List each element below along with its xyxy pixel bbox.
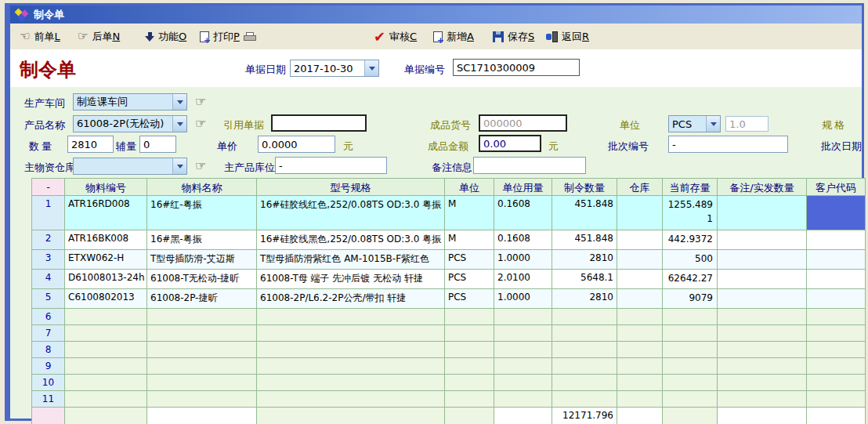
table-cell[interactable] xyxy=(257,375,445,391)
table-cell[interactable]: 61008-T母 端子 先冲后镀 无松动 轩捷 xyxy=(257,270,445,289)
table-cell[interactable] xyxy=(807,325,866,342)
table-cell[interactable] xyxy=(617,342,663,358)
save-button[interactable]: 保存S xyxy=(490,24,537,49)
table-cell[interactable]: 451.848 xyxy=(552,230,617,250)
table-cell[interactable] xyxy=(617,358,663,375)
table-cell[interactable] xyxy=(147,358,257,375)
table-cell[interactable] xyxy=(257,358,445,375)
table-cell[interactable]: M xyxy=(445,196,494,230)
table-cell[interactable] xyxy=(663,342,718,358)
unit-combo[interactable]: PCS xyxy=(668,115,721,132)
table-cell[interactable] xyxy=(65,342,147,358)
dropdown-arrow-icon[interactable] xyxy=(706,116,720,132)
table-cell[interactable] xyxy=(663,391,718,408)
row-number-cell[interactable]: 2 xyxy=(32,230,65,250)
table-cell[interactable]: PCS xyxy=(445,270,494,289)
warehouse-combo[interactable] xyxy=(73,158,187,175)
table-cell[interactable] xyxy=(807,196,866,230)
aux-qty-input[interactable] xyxy=(139,136,176,153)
table-cell[interactable] xyxy=(65,325,147,342)
table-cell[interactable]: 2810 xyxy=(552,289,617,309)
return-button[interactable]: 返回R xyxy=(543,24,592,49)
table-cell[interactable] xyxy=(445,325,494,342)
table-cell[interactable] xyxy=(663,375,718,391)
price-input[interactable] xyxy=(258,136,335,153)
table-cell[interactable]: ATR16BK008 xyxy=(65,230,147,250)
table-cell[interactable] xyxy=(718,289,807,309)
item-no-input[interactable] xyxy=(479,114,567,132)
table-cell[interactable] xyxy=(663,358,718,375)
row-number-cell[interactable]: 1 xyxy=(32,196,65,230)
table-cell[interactable] xyxy=(718,391,807,408)
table-cell[interactable]: PCS xyxy=(445,250,494,270)
table-cell[interactable] xyxy=(552,375,617,391)
table-cell[interactable] xyxy=(552,309,617,325)
table-cell[interactable]: 0.1608 xyxy=(494,230,552,250)
table-cell[interactable] xyxy=(718,342,807,358)
table-cell[interactable] xyxy=(718,250,807,270)
qty-input[interactable] xyxy=(67,136,114,153)
row-number-cell[interactable]: 3 xyxy=(32,250,65,270)
table-cell[interactable] xyxy=(718,375,807,391)
table-cell[interactable]: D61008013-24h xyxy=(65,270,147,289)
amount-input[interactable] xyxy=(479,135,541,152)
table-cell[interactable] xyxy=(617,230,663,250)
table-cell[interactable] xyxy=(718,270,807,289)
table-cell[interactable] xyxy=(147,375,257,391)
table-cell[interactable] xyxy=(617,309,663,325)
table-cell[interactable]: 9079 xyxy=(663,289,718,309)
table-cell[interactable]: 61008-2P/L6.2-2P公壳/带扣 轩捷 xyxy=(257,289,445,309)
table-cell[interactable] xyxy=(257,391,445,408)
table-cell[interactable] xyxy=(147,342,257,358)
table-cell[interactable] xyxy=(445,342,494,358)
table-cell[interactable] xyxy=(494,309,552,325)
table-cell[interactable] xyxy=(617,325,663,342)
audit-button[interactable]: ✔ 审核C xyxy=(371,24,420,49)
table-cell[interactable]: T型母插防滑-艾迈斯 xyxy=(147,250,257,270)
table-cell[interactable] xyxy=(663,325,718,342)
table-cell[interactable] xyxy=(807,230,866,250)
table-cell[interactable] xyxy=(494,358,552,375)
table-cell[interactable] xyxy=(445,391,494,408)
dropdown-arrow-icon[interactable] xyxy=(172,94,186,110)
table-cell[interactable] xyxy=(552,342,617,358)
table-cell[interactable]: 1.0000 xyxy=(494,289,552,309)
batch-no-input[interactable] xyxy=(668,136,788,153)
table-cell[interactable] xyxy=(445,375,494,391)
table-cell[interactable] xyxy=(445,309,494,325)
table-cell[interactable]: M xyxy=(445,230,494,250)
row-number-cell[interactable]: 11 xyxy=(32,391,65,408)
table-cell[interactable] xyxy=(445,358,494,375)
table-cell[interactable] xyxy=(147,309,257,325)
table-cell[interactable] xyxy=(257,325,445,342)
table-cell[interactable] xyxy=(494,325,552,342)
table-cell[interactable]: ETXW062-H xyxy=(65,250,147,270)
table-cell[interactable]: 16#硅胶线红色,252/0.08TS OD:3.0 粤振 xyxy=(257,196,445,230)
table-cell[interactable] xyxy=(807,391,866,408)
table-cell[interactable] xyxy=(552,325,617,342)
table-cell[interactable] xyxy=(807,342,866,358)
table-cell[interactable]: PCS xyxy=(445,289,494,309)
table-cell[interactable]: 0.1608 xyxy=(494,196,552,230)
table-cell[interactable]: 16#红-粤振 xyxy=(147,196,257,230)
table-cell[interactable] xyxy=(718,196,807,230)
table-cell[interactable]: 442.9372 xyxy=(663,230,718,250)
table-cell[interactable] xyxy=(718,230,807,250)
row-number-cell[interactable]: 6 xyxy=(32,309,65,325)
table-cell[interactable]: C6100802013 xyxy=(65,289,147,309)
table-cell[interactable] xyxy=(494,391,552,408)
table-cell[interactable]: 5648.1 xyxy=(552,270,617,289)
table-cell[interactable] xyxy=(617,250,663,270)
table-cell[interactable] xyxy=(65,309,147,325)
table-cell[interactable]: ATR16RD008 xyxy=(65,196,147,230)
table-cell[interactable]: 451.848 xyxy=(552,196,617,230)
unit-factor-input[interactable] xyxy=(725,116,769,132)
table-cell[interactable] xyxy=(65,358,147,375)
table-cell[interactable]: 500 xyxy=(663,250,718,270)
table-cell[interactable] xyxy=(807,375,866,391)
table-cell[interactable] xyxy=(65,375,147,391)
table-cell[interactable] xyxy=(552,358,617,375)
table-cell[interactable]: 1255.4891 xyxy=(663,196,718,230)
table-cell[interactable]: 1.0000 xyxy=(494,250,552,270)
table-cell[interactable] xyxy=(494,342,552,358)
